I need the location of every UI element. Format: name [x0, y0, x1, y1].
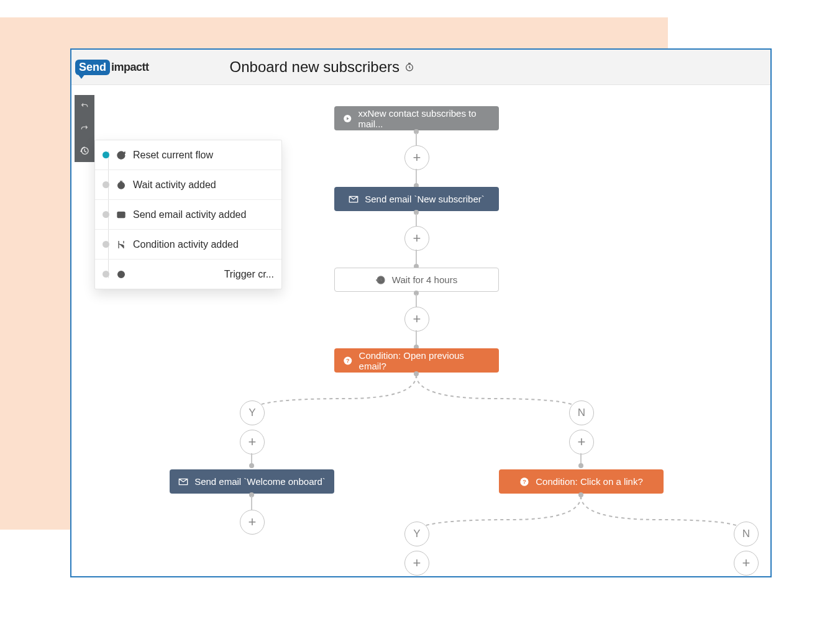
clock-icon: [404, 62, 414, 72]
history-panel: Reset current flow Wait activity added S…: [94, 140, 282, 289]
branch-yes-label: Y: [413, 528, 420, 540]
wait-label: Wait for 4 hours: [392, 274, 457, 285]
history-dot: [103, 211, 109, 218]
svg-text:?: ?: [346, 358, 350, 364]
trigger-label: xxNew contact subscribes to mail...: [358, 108, 490, 129]
svg-text:?: ?: [523, 479, 526, 485]
history-icon: [376, 275, 386, 285]
play-icon: [343, 114, 352, 124]
connector-line: [416, 250, 417, 265]
add-step-button[interactable]: +: [240, 430, 265, 454]
connector-dot: [414, 371, 419, 376]
history-dot: [103, 151, 109, 158]
undo-button[interactable]: [75, 95, 94, 117]
connector-line: [416, 169, 417, 184]
app-window: Send impactt Onboard new subscribers: [70, 48, 772, 577]
connector-line: [416, 214, 417, 226]
branch-yes: Y: [404, 522, 429, 546]
history-item-label: Trigger cr...: [224, 269, 274, 280]
add-step-button[interactable]: +: [404, 145, 429, 170]
target-icon: [116, 269, 127, 280]
logo: Send impactt: [75, 60, 149, 75]
app-header: Send impactt Onboard new subscribers: [71, 50, 770, 85]
svg-point-4: [121, 273, 122, 275]
history-item-label: Send email activity added: [133, 209, 246, 220]
branch-no-label: N: [742, 528, 750, 540]
trigger-node[interactable]: xxNew contact subscribes to mail...: [334, 106, 499, 130]
logo-send: Send: [75, 60, 110, 75]
flow-canvas[interactable]: Reset current flow Wait activity added S…: [71, 85, 770, 577]
condition-node[interactable]: ? Condition: Open previous email?: [334, 348, 499, 373]
send-email-label: Send email `New subscriber`: [365, 194, 485, 204]
branch-no: N: [569, 400, 594, 425]
connector-line: [416, 294, 417, 307]
history-item-reset[interactable]: Reset current flow: [95, 140, 281, 170]
branch-no: N: [734, 522, 759, 546]
page-title: Onboard new subscribers: [230, 58, 414, 76]
history-dot: [103, 271, 109, 278]
branch-yes-label: Y: [249, 407, 255, 419]
history-item-wait[interactable]: Wait activity added: [95, 170, 281, 200]
connector-line: [251, 496, 252, 510]
add-step-button[interactable]: +: [404, 307, 429, 332]
branch-icon: [116, 239, 127, 250]
question-icon: ?: [519, 477, 529, 487]
mail-icon: [178, 477, 188, 487]
condition-label: Condition: Click on a link?: [536, 476, 643, 487]
connector-line: [416, 330, 417, 346]
send-email-label: Send email `Welcome onboard`: [194, 476, 326, 487]
history-item-email[interactable]: Send email activity added: [95, 200, 281, 230]
question-icon: ?: [343, 356, 353, 366]
send-email-node[interactable]: Send email `New subscriber`: [334, 187, 499, 211]
branch-no-label: N: [578, 407, 585, 419]
canvas-toolbar: [75, 95, 94, 162]
connector-dot: [578, 492, 583, 497]
page-title-text: Onboard new subscribers: [230, 58, 399, 76]
history-item-label: Wait activity added: [133, 179, 216, 191]
connector-dot: [249, 463, 254, 468]
send-email-node[interactable]: Send email `Welcome onboard`: [170, 469, 334, 494]
add-step-button[interactable]: +: [240, 510, 265, 535]
history-dot: [103, 181, 109, 188]
logo-impactt: impactt: [111, 61, 149, 74]
condition-node[interactable]: ? Condition: Click on a link?: [499, 469, 664, 494]
branch-yes: Y: [240, 400, 265, 425]
add-step-button[interactable]: +: [734, 551, 759, 576]
redo-button[interactable]: [75, 117, 94, 140]
history-item-trigger[interactable]: Trigger cr...: [95, 260, 281, 289]
add-step-button[interactable]: +: [569, 430, 594, 454]
reset-icon: [116, 150, 127, 161]
connector-line: [416, 133, 417, 145]
connector-dot: [578, 463, 583, 468]
clock-icon: [116, 179, 127, 191]
mail-icon: [349, 194, 358, 204]
history-item-label: Reset current flow: [133, 150, 213, 161]
mail-icon: [116, 209, 127, 220]
add-step-button[interactable]: +: [404, 226, 429, 251]
add-step-button[interactable]: +: [404, 551, 429, 576]
history-item-condition[interactable]: Condition activity added: [95, 230, 281, 260]
wait-node[interactable]: Wait for 4 hours: [334, 268, 499, 292]
history-item-label: Condition activity added: [133, 239, 239, 250]
condition-label: Condition: Open previous email?: [359, 350, 490, 371]
history-dot: [103, 241, 109, 248]
history-button[interactable]: [75, 140, 94, 162]
